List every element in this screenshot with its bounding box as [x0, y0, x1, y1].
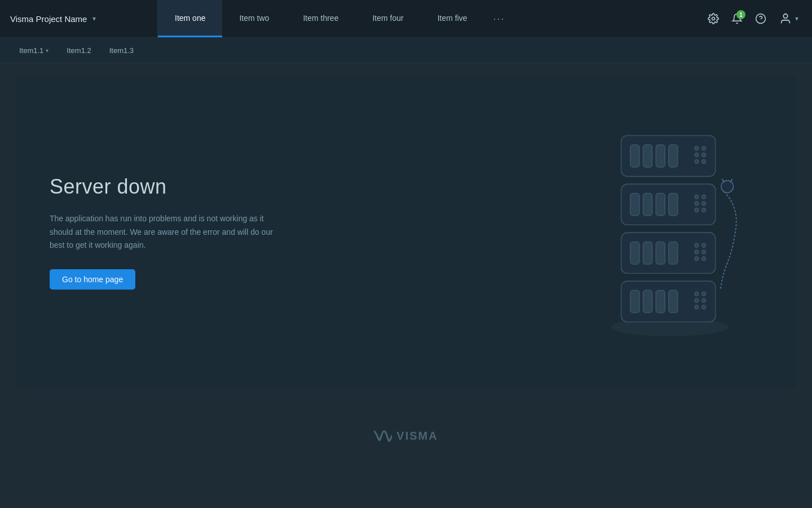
- sub-nav-item-1-3[interactable]: Item1.3: [102, 43, 142, 58]
- server-down-svg: [582, 125, 762, 340]
- svg-point-22: [701, 195, 705, 199]
- svg-rect-18: [643, 193, 652, 216]
- nav-item-one[interactable]: Item one: [158, 0, 222, 37]
- gear-icon: [708, 13, 719, 24]
- user-chevron-icon: ▾: [795, 15, 798, 23]
- svg-point-23: [695, 201, 699, 205]
- go-home-button[interactable]: Go to home page: [50, 269, 135, 290]
- server-illustration: [582, 125, 762, 340]
- svg-point-14: [695, 159, 699, 163]
- user-menu[interactable]: ▾: [774, 12, 804, 25]
- svg-point-45: [695, 298, 699, 302]
- nav-more-button[interactable]: ···: [484, 0, 514, 37]
- svg-rect-9: [669, 144, 678, 167]
- svg-rect-40: [643, 290, 652, 313]
- svg-point-33: [701, 243, 705, 247]
- svg-point-35: [701, 249, 705, 253]
- svg-rect-28: [630, 242, 639, 264]
- svg-point-32: [695, 243, 699, 247]
- visma-logo-text: VISMA: [396, 430, 438, 443]
- error-title: Server down: [50, 175, 286, 199]
- svg-point-3: [783, 14, 787, 18]
- svg-point-44: [701, 291, 705, 295]
- svg-point-13: [701, 152, 705, 156]
- sub-nav-chevron-icon: ▾: [46, 47, 48, 54]
- nav-item-two[interactable]: Item two: [222, 0, 286, 37]
- svg-rect-8: [656, 144, 665, 167]
- sub-nav-item-1-2[interactable]: Item1.2: [59, 43, 99, 58]
- svg-point-15: [701, 159, 705, 163]
- help-button[interactable]: [750, 8, 771, 29]
- nav-item-four[interactable]: Item four: [355, 0, 420, 37]
- visma-logo-icon: [374, 430, 392, 443]
- svg-point-24: [701, 201, 705, 205]
- nav-item-three[interactable]: Item three: [286, 0, 355, 37]
- visma-logo: VISMA: [374, 430, 438, 443]
- error-text-section: Server down The application has run into…: [50, 175, 286, 290]
- svg-point-36: [695, 256, 699, 260]
- error-description: The application has run into problems an…: [50, 212, 286, 252]
- nav-right-actions: 1 ▾: [695, 0, 812, 37]
- error-card: Server down The application has run into…: [16, 76, 796, 389]
- svg-rect-41: [656, 290, 665, 313]
- svg-rect-20: [669, 193, 678, 216]
- notifications-button[interactable]: 1: [726, 8, 748, 29]
- notification-badge: 1: [736, 10, 745, 19]
- footer: VISMA: [0, 413, 812, 459]
- top-navigation: Visma Project Name ▾ Item one Item two I…: [0, 0, 812, 38]
- nav-items: Item one Item two Item three Item four I…: [158, 0, 695, 37]
- sub-nav-item-1-1[interactable]: Item1.1 ▾: [11, 43, 56, 58]
- brand-name: Visma Project Name: [10, 14, 87, 24]
- brand-area[interactable]: Visma Project Name ▾: [0, 0, 158, 37]
- svg-point-48: [701, 305, 705, 309]
- svg-point-43: [695, 291, 699, 295]
- svg-point-10: [695, 146, 699, 150]
- svg-point-47: [695, 305, 699, 309]
- svg-point-0: [712, 17, 715, 20]
- svg-rect-39: [630, 290, 639, 313]
- svg-point-49: [721, 180, 734, 192]
- svg-rect-42: [669, 290, 678, 313]
- sub-navigation: Item1.1 ▾ Item1.2 Item1.3: [0, 38, 812, 63]
- svg-point-46: [701, 298, 705, 302]
- svg-rect-7: [643, 144, 652, 167]
- svg-rect-30: [656, 242, 665, 264]
- svg-point-11: [701, 146, 705, 150]
- svg-point-21: [695, 195, 699, 199]
- svg-point-34: [695, 249, 699, 253]
- svg-rect-17: [630, 193, 639, 216]
- main-content: Server down The application has run into…: [0, 63, 812, 401]
- svg-rect-19: [656, 193, 665, 216]
- user-icon: [779, 12, 792, 25]
- svg-rect-31: [669, 242, 678, 264]
- svg-point-37: [701, 256, 705, 260]
- svg-point-25: [695, 208, 699, 212]
- svg-point-12: [695, 152, 699, 156]
- help-icon: [755, 13, 766, 24]
- chevron-down-icon: ▾: [92, 15, 96, 23]
- nav-item-five[interactable]: Item five: [421, 0, 484, 37]
- settings-button[interactable]: [703, 8, 724, 29]
- svg-rect-6: [630, 144, 639, 167]
- svg-rect-29: [643, 242, 652, 264]
- svg-point-26: [701, 208, 705, 212]
